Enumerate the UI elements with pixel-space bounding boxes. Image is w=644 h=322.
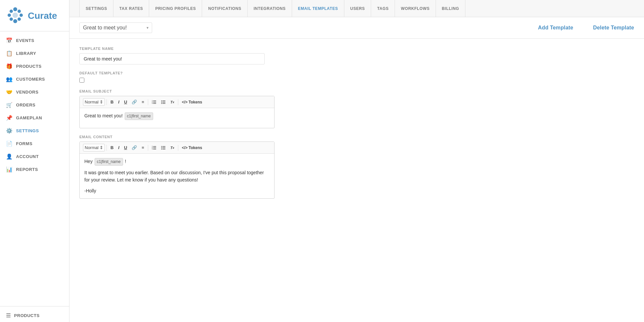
top-navigation: SETTINGSTAX RATESPRICING PROFILESNOTIFIC… xyxy=(69,0,644,17)
svg-text:3.: 3. xyxy=(152,148,153,150)
top-nav-item-pricing-profiles[interactable]: PRICING PROFILES xyxy=(149,0,202,17)
svg-point-31 xyxy=(161,146,162,146)
toolbar-divider-3 xyxy=(178,99,178,105)
content-editor-body[interactable]: Hey c1|first_name ! It was great to meet… xyxy=(80,154,274,198)
svg-point-33 xyxy=(161,148,162,149)
orders-icon: 🛒 xyxy=(6,102,13,108)
subject-italic-btn[interactable]: I xyxy=(116,99,121,105)
content-toolbar-divider-1 xyxy=(107,145,107,151)
subject-underline-btn[interactable]: U xyxy=(122,99,129,105)
content-ul-btn[interactable] xyxy=(159,144,168,151)
sidebar-item-forms[interactable]: 📄FORMS xyxy=(0,137,69,150)
content-toolbar-divider-2 xyxy=(148,145,148,151)
sidebar-item-label-orders: ORDERS xyxy=(16,102,36,107)
top-nav-item-workflows[interactable]: WORKFLOWS xyxy=(395,0,436,17)
add-template-button[interactable]: Add Template xyxy=(538,25,574,31)
sidebar-item-settings[interactable]: ⚙️SETTINGS xyxy=(0,124,69,137)
events-icon: 📅 xyxy=(6,37,13,44)
content-underline-btn[interactable]: U xyxy=(122,144,129,151)
account-icon: 👤 xyxy=(6,153,13,160)
svg-point-32 xyxy=(161,147,162,148)
email-content-label: EMAIL CONTENT xyxy=(79,135,357,139)
content-clearformat-btn[interactable]: Tx xyxy=(168,145,176,151)
template-name-label: TEMPLATE NAME xyxy=(79,47,357,51)
subject-bold-btn[interactable]: B xyxy=(108,99,115,105)
content-hey-prefix: Hey xyxy=(84,159,93,164)
settings-icon: ⚙️ xyxy=(6,128,13,134)
content-token-chip[interactable]: c1|first_name xyxy=(95,158,123,166)
content-line1: Hey c1|first_name ! xyxy=(84,158,270,166)
svg-point-2 xyxy=(20,14,23,17)
top-nav-item-settings[interactable]: SETTINGS xyxy=(79,0,113,17)
subject-toolbar: Normal ⇕ B I U 🔗 ≡ 1.2.3. xyxy=(80,96,274,108)
sidebar-navigation: 📅EVENTS📋LIBRARY🎁PRODUCTS👥CUSTOMERS🤝VENDO… xyxy=(0,31,69,303)
sidebar-item-customers[interactable]: 👥CUSTOMERS xyxy=(0,73,69,86)
main-area: SETTINGSTAX RATESPRICING PROFILESNOTIFIC… xyxy=(69,0,644,322)
content-format-label: Normal xyxy=(85,145,99,150)
content-tokens-btn[interactable]: </> Tokens xyxy=(180,144,204,151)
subject-tokens-btn[interactable]: </> Tokens xyxy=(180,99,204,105)
chevron-down-icon: ▾ xyxy=(147,25,149,30)
template-name-input[interactable] xyxy=(79,53,265,64)
gameplan-icon: 📌 xyxy=(6,115,13,121)
subject-format-chevron: ⇕ xyxy=(100,100,103,104)
default-template-label: DEFAULT TEMPLATE? xyxy=(79,71,357,75)
content-align-btn[interactable]: ≡ xyxy=(140,144,146,151)
content-format-select[interactable]: Normal ⇕ xyxy=(83,144,105,151)
sidebar-item-reports[interactable]: 📊REPORTS xyxy=(0,163,69,176)
products-bottom-icon: ☰ xyxy=(6,312,11,319)
email-subject-editor: Normal ⇕ B I U 🔗 ≡ 1.2.3. xyxy=(79,96,275,128)
content-italic-btn[interactable]: I xyxy=(116,144,121,151)
default-template-checkbox[interactable] xyxy=(79,78,84,83)
sidebar-item-library[interactable]: 📋LIBRARY xyxy=(0,47,69,60)
logo-text: Curate xyxy=(28,11,57,21)
subject-clearformat-btn[interactable]: Tx xyxy=(168,99,176,105)
top-nav-item-integrations[interactable]: INTEGRATIONS xyxy=(248,0,292,17)
sidebar-item-orders[interactable]: 🛒ORDERS xyxy=(0,99,69,111)
sidebar-item-gameplan[interactable]: 📌GAMEPLAN xyxy=(0,111,69,124)
sidebar-item-events[interactable]: 📅EVENTS xyxy=(0,34,69,47)
sidebar-item-products-bottom[interactable]: ☰PRODUCTS xyxy=(0,309,69,322)
content-link-btn[interactable]: 🔗 xyxy=(130,144,139,151)
subject-format-select[interactable]: Normal ⇕ xyxy=(83,98,105,106)
delete-template-button[interactable]: Delete Template xyxy=(593,25,634,31)
subject-ol-btn[interactable]: 1.2.3. xyxy=(150,99,158,105)
sidebar-item-label-settings: SETTINGS xyxy=(16,128,39,133)
form-area: TEMPLATE NAME DEFAULT TEMPLATE? EMAIL SU… xyxy=(69,39,367,207)
forms-icon: 📄 xyxy=(6,141,13,147)
top-nav-item-notifications[interactable]: NOTIFICATIONS xyxy=(202,0,247,17)
content-ol-btn[interactable]: 1.2.3. xyxy=(150,144,158,151)
content-line2: It was great to meet you earlier. Based … xyxy=(84,169,270,184)
svg-point-5 xyxy=(10,18,13,21)
svg-point-21 xyxy=(161,103,162,103)
sidebar-item-account[interactable]: 👤ACCOUNT xyxy=(0,150,69,163)
svg-point-19 xyxy=(161,100,162,101)
svg-point-3 xyxy=(18,18,21,21)
products-icon: 🎁 xyxy=(6,63,13,69)
content-toolbar-divider-3 xyxy=(178,145,178,151)
top-nav-item-tags[interactable]: TAGS xyxy=(371,0,395,17)
toolbar-divider-2 xyxy=(148,99,148,105)
content-format-chevron: ⇕ xyxy=(100,145,103,150)
content-bold-btn[interactable]: B xyxy=(108,144,115,151)
top-nav-item-email-templates[interactable]: EMAIL TEMPLATES xyxy=(292,0,344,17)
sidebar-item-label-events: EVENTS xyxy=(16,38,34,43)
subject-ul-btn[interactable] xyxy=(159,99,168,105)
subject-link-btn[interactable]: 🔗 xyxy=(130,99,139,105)
content-line3: -Holly xyxy=(84,187,270,194)
subject-token-chip[interactable]: c1|first_name xyxy=(125,112,153,120)
top-nav-item-tax-rates[interactable]: TAX RATES xyxy=(113,0,150,17)
sidebar-item-vendors[interactable]: 🤝VENDORS xyxy=(0,86,69,99)
top-nav-item-users[interactable]: USERS xyxy=(344,0,371,17)
content-toolbar: Normal ⇕ B I U 🔗 ≡ 1.2.3. xyxy=(80,142,274,154)
sidebar-item-products[interactable]: 🎁PRODUCTS xyxy=(0,60,69,73)
sidebar-item-label-customers: CUSTOMERS xyxy=(16,77,45,82)
logo: Curate Curate xyxy=(0,0,69,31)
top-nav-item-billing[interactable]: BILLING xyxy=(436,0,465,17)
subject-align-btn[interactable]: ≡ xyxy=(140,99,146,105)
vendors-icon: 🤝 xyxy=(6,89,13,95)
template-actions: Add Template Delete Template xyxy=(538,25,634,31)
subject-editor-body[interactable]: Great to meet you! c1|first_name xyxy=(80,108,274,128)
svg-text:3.: 3. xyxy=(152,102,153,104)
template-dropdown[interactable]: Great to meet you! ▾ xyxy=(79,22,152,33)
